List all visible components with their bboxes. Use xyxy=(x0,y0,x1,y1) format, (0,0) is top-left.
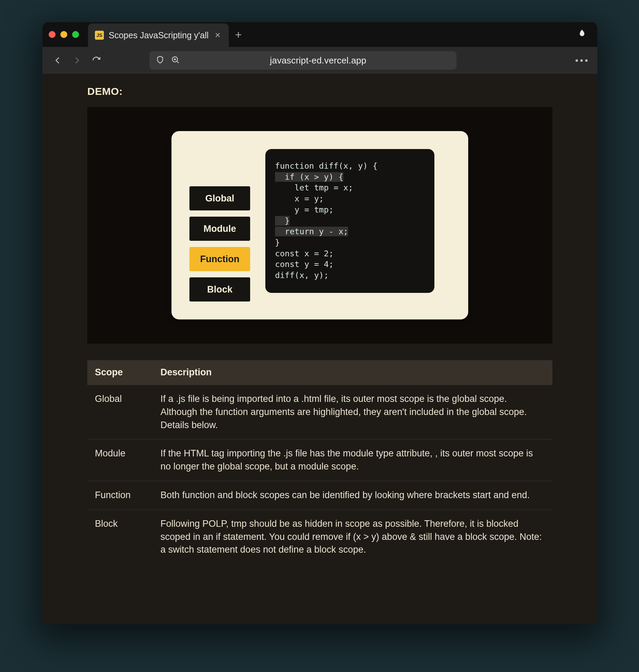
code-line: x = y; xyxy=(275,194,425,205)
description-cell: Following POLP, tmp should be as hidden … xyxy=(153,510,552,564)
demo-panel: GlobalModuleFunctionBlock function diff(… xyxy=(87,107,552,344)
code-line: if (x > y) { xyxy=(275,172,425,183)
tab-strip: JS Scopes JavaScripting y'all × + xyxy=(42,22,597,47)
window-controls xyxy=(49,31,79,38)
description-cell: If the HTML tag importing the .js file h… xyxy=(153,439,552,481)
table-header-description: Description xyxy=(153,360,552,385)
demo-card: GlobalModuleFunctionBlock function diff(… xyxy=(171,131,468,319)
description-cell: If a .js file is being imported into a .… xyxy=(153,385,552,439)
code-line: y = tmp; xyxy=(275,205,425,216)
forward-button[interactable] xyxy=(69,53,85,68)
window-minimize-button[interactable] xyxy=(60,31,67,38)
scope-cell: Function xyxy=(87,481,153,510)
scope-button-block[interactable]: Block xyxy=(189,277,250,302)
scope-cell: Block xyxy=(87,510,153,564)
overflow-menu-button[interactable] xyxy=(576,59,590,62)
shield-icon[interactable] xyxy=(156,55,165,66)
scope-button-module[interactable]: Module xyxy=(189,217,250,241)
description-cell: Both function and block scopes can be id… xyxy=(153,481,552,510)
code-line: diff(x, y); xyxy=(275,270,425,281)
scope-cell: Global xyxy=(87,385,153,439)
table-row: ModuleIf the HTML tag importing the .js … xyxy=(87,439,552,481)
table-row: GlobalIf a .js file is being imported in… xyxy=(87,385,552,439)
back-button[interactable] xyxy=(50,53,65,68)
table-header-scope: Scope xyxy=(87,360,153,385)
code-line: const y = 4; xyxy=(275,259,425,270)
scope-button-function[interactable]: Function xyxy=(189,247,250,271)
scope-button-group: GlobalModuleFunctionBlock xyxy=(189,186,250,302)
url-bar[interactable]: javascript-ed.vercel.app xyxy=(149,51,456,70)
new-tab-button[interactable]: + xyxy=(235,28,242,41)
code-line: let tmp = x; xyxy=(275,182,425,194)
code-line: const x = 2; xyxy=(275,248,425,259)
demo-heading: DEMO: xyxy=(87,86,552,97)
browser-tab[interactable]: JS Scopes JavaScripting y'all × xyxy=(88,23,229,47)
tab-title: Scopes JavaScripting y'all xyxy=(109,30,209,40)
tab-favicon-icon: JS xyxy=(95,31,104,40)
zoom-icon[interactable] xyxy=(171,55,180,66)
page-content: DEMO: GlobalModuleFunctionBlock function… xyxy=(42,74,597,624)
code-line: return y - x; xyxy=(275,226,425,237)
code-block: function diff(x, y) { if (x > y) { let t… xyxy=(265,149,434,293)
streak-icon[interactable] xyxy=(577,28,588,41)
url-text: javascript-ed.vercel.app xyxy=(186,55,450,66)
scope-cell: Module xyxy=(87,439,153,481)
code-line: } xyxy=(275,237,425,248)
code-line: } xyxy=(275,216,425,227)
window-close-button[interactable] xyxy=(49,31,56,38)
window-fullscreen-button[interactable] xyxy=(72,31,79,38)
scope-table: Scope Description GlobalIf a .js file is… xyxy=(87,360,552,564)
tab-close-button[interactable]: × xyxy=(214,30,222,40)
nav-bar: javascript-ed.vercel.app xyxy=(42,47,597,74)
table-row: BlockFollowing POLP, tmp should be as hi… xyxy=(87,510,552,564)
scope-button-global[interactable]: Global xyxy=(189,186,250,210)
table-row: FunctionBoth function and block scopes c… xyxy=(87,481,552,510)
reload-button[interactable] xyxy=(89,53,104,68)
browser-window: JS Scopes JavaScripting y'all × + xyxy=(42,22,597,624)
code-line: function diff(x, y) { xyxy=(275,161,425,172)
